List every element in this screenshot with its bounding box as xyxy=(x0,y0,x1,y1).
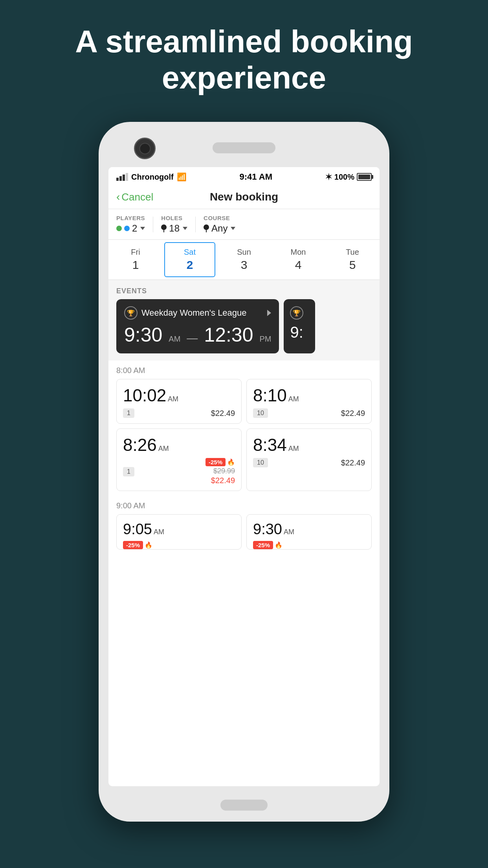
slot-time-row: 9:30 AM xyxy=(253,521,365,538)
signal-bar-1 xyxy=(116,178,119,181)
slot-price-row: -25% 🔥 $29.99 $22.49 xyxy=(205,458,235,485)
signal-bars xyxy=(116,173,128,181)
event-dash: — xyxy=(187,332,198,344)
signal-bar-2 xyxy=(119,176,122,181)
event-card-2-partial[interactable]: 🏆 9: xyxy=(284,299,315,353)
event-title-row: 🏆 Weekday Women's League xyxy=(124,306,271,320)
slot-time-row: 10:02 AM xyxy=(123,386,235,405)
hero-text: A streamlined booking experience xyxy=(0,24,488,96)
holes-filter[interactable]: HOLES 18 xyxy=(161,215,187,234)
slot-discount-row: -25% 🔥 xyxy=(253,541,365,549)
day-fri-label: Fri xyxy=(131,248,140,257)
holes-chevron-icon xyxy=(183,227,187,230)
slot-ampm: AM xyxy=(154,528,164,536)
timeslots-section: 8:00 AM 10:02 AM 1 $22.49 8:10 xyxy=(108,360,380,550)
battery-fill xyxy=(358,175,370,179)
slot-ampm: AM xyxy=(288,395,299,403)
discount-badge: -25% xyxy=(253,541,273,549)
filter-separator-1 xyxy=(153,217,153,232)
phone-speaker xyxy=(213,142,275,153)
course-label: COURSE xyxy=(204,215,235,221)
slot-810am[interactable]: 8:10 AM 10 $22.49 xyxy=(246,379,372,424)
event-title-left: 🏆 Weekday Women's League xyxy=(124,306,247,320)
slot-834am[interactable]: 8:34 AM 10 $22.49 xyxy=(246,428,372,491)
signal-bar-4 xyxy=(126,173,128,181)
cancel-button[interactable]: ‹ Cancel xyxy=(116,191,153,203)
trophy-icon-2: 🏆 xyxy=(290,306,303,320)
slot-bottom: 10 $22.49 xyxy=(253,458,365,467)
slot-time-big: 9:30 xyxy=(253,521,282,538)
status-right: ✶ 100% xyxy=(325,172,372,182)
event-chevron-icon xyxy=(267,310,271,316)
date-sat-2[interactable]: Sat 2 xyxy=(164,242,215,277)
day-tue-label: Tue xyxy=(346,248,359,257)
bottom-partial-slots: 9:05 AM -25% 🔥 9:30 AM -25% xyxy=(108,514,380,550)
holes-count: 18 xyxy=(169,223,180,234)
slots-grid-8am: 10:02 AM 1 $22.49 8:10 AM 10 xyxy=(108,379,380,496)
holes-pin-icon xyxy=(161,224,167,232)
filter-separator-2 xyxy=(195,217,196,232)
day-mon-num: 4 xyxy=(295,258,302,272)
slot-ampm: AM xyxy=(158,445,169,453)
battery-icon xyxy=(357,173,372,181)
battery-percent: 100% xyxy=(334,173,354,182)
course-chevron-icon xyxy=(231,227,235,230)
date-tue-5[interactable]: Tue 5 xyxy=(325,240,380,280)
slot-ampm: AM xyxy=(288,445,299,453)
date-sun-3[interactable]: Sun 3 xyxy=(217,240,271,280)
slot-905am-partial[interactable]: 9:05 AM -25% 🔥 xyxy=(116,514,242,550)
slot-ampm: AM xyxy=(284,528,294,536)
slot-time-row: 9:05 AM xyxy=(123,521,235,538)
slot-1002am[interactable]: 10:02 AM 1 $22.49 xyxy=(116,379,242,424)
day-tue-num: 5 xyxy=(349,258,356,272)
course-name: Any xyxy=(211,223,227,234)
slot-bottom: 1 -25% 🔥 $29.99 $22.49 xyxy=(123,458,235,485)
slot-time-big: 8:10 xyxy=(253,386,287,405)
players-chevron-icon xyxy=(140,227,145,230)
orig-price: $29.99 xyxy=(213,467,235,475)
slot-930am-partial[interactable]: 9:30 AM -25% 🔥 xyxy=(246,514,372,550)
events-section: EVENTS 🏆 Weekday Women's League 9:30 AM xyxy=(108,280,380,360)
page-title: New booking xyxy=(210,191,278,203)
day-mon-label: Mon xyxy=(291,248,306,257)
course-filter[interactable]: COURSE Any xyxy=(204,215,235,234)
slot-time-row: 8:34 AM xyxy=(253,435,365,455)
player-dot-blue xyxy=(124,226,130,231)
event-start-ampm: AM xyxy=(169,335,180,344)
date-mon-4[interactable]: Mon 4 xyxy=(271,240,325,280)
slot-num-badge: 1 xyxy=(123,467,134,476)
phone-screen: Chronogolf 📶 9:41 AM ✶ 100% ‹ Cancel New… xyxy=(108,167,380,786)
players-value-row: 2 xyxy=(116,223,145,234)
slot-time-row: 8:26 AM xyxy=(123,435,235,455)
wifi-icon: 📶 xyxy=(177,172,187,182)
players-filter[interactable]: PLAYERS 2 xyxy=(116,215,145,234)
slot-bottom: 1 $22.49 xyxy=(123,408,235,418)
status-left: Chronogolf 📶 xyxy=(116,172,187,182)
day-fri-num: 1 xyxy=(132,258,139,272)
slot-num-badge: 10 xyxy=(253,408,268,418)
carrier-name: Chronogolf xyxy=(131,173,174,182)
course-value-row: Any xyxy=(204,223,235,234)
phone-home-button xyxy=(220,800,268,811)
slot-time-big: 9:05 xyxy=(123,521,152,538)
event-end-ampm: PM xyxy=(259,335,271,344)
time-group-9am: 9:00 AM xyxy=(108,496,380,514)
events-scroll[interactable]: 🏆 Weekday Women's League 9:30 AM — 12:30… xyxy=(108,299,380,360)
trophy-icon: 🏆 xyxy=(124,306,138,320)
slot-price: $22.49 xyxy=(341,409,365,418)
day-sun-label: Sun xyxy=(237,248,251,257)
slot-price: $22.49 xyxy=(341,458,365,467)
events-section-header: EVENTS xyxy=(108,280,380,299)
event-name: Weekday Women's League xyxy=(141,308,247,318)
course-pin-icon xyxy=(204,224,209,232)
slot-num-badge: 10 xyxy=(253,458,268,467)
holes-label: HOLES xyxy=(161,215,187,221)
nav-bar: ‹ Cancel New booking xyxy=(108,185,380,209)
slot-time-row: 8:10 AM xyxy=(253,386,365,405)
signal-bar-3 xyxy=(123,175,125,181)
phone-frame: Chronogolf 📶 9:41 AM ✶ 100% ‹ Cancel New… xyxy=(99,122,389,822)
discounted-price: $22.49 xyxy=(211,476,235,485)
date-fri-1[interactable]: Fri 1 xyxy=(108,240,163,280)
slot-826am[interactable]: 8:26 AM 1 -25% 🔥 $29.99 $22.49 xyxy=(116,428,242,491)
event-card-1[interactable]: 🏆 Weekday Women's League 9:30 AM — 12:30… xyxy=(116,299,279,353)
